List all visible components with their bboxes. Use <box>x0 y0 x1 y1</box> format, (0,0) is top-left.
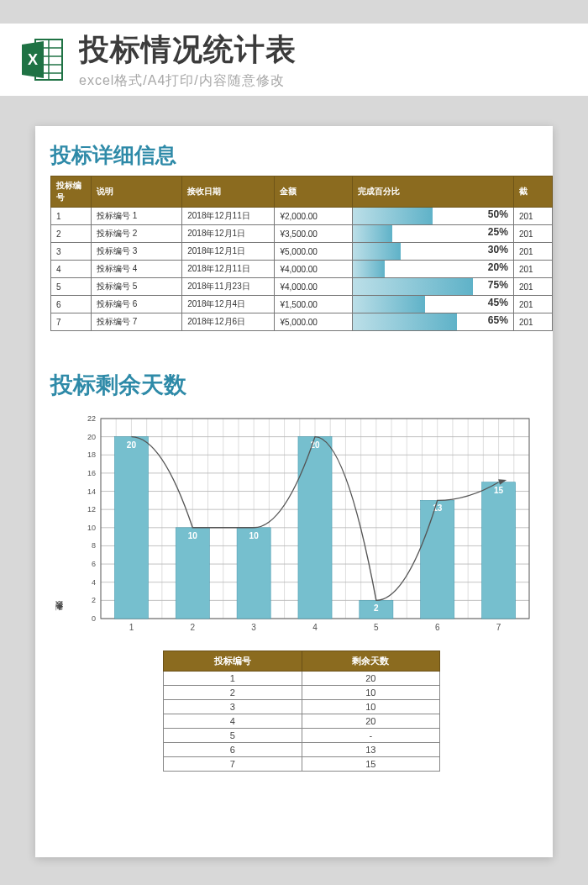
table-cell: 投标编号 2 <box>92 225 182 243</box>
table-cell: 投标编号 3 <box>92 243 182 261</box>
table-cell: 2 <box>51 225 92 243</box>
table-cell: 5 <box>164 729 302 743</box>
table-cell: 3 <box>51 243 92 261</box>
table-row: 120 <box>164 672 440 686</box>
table-row: 310 <box>164 700 440 714</box>
table-cell: 2018年12月4日 <box>182 296 275 313</box>
table-row: 1投标编号 12018年12月11日¥2,000.0050%201 <box>51 208 553 225</box>
svg-text:1: 1 <box>129 623 134 632</box>
table-cell: ¥4,000.00 <box>275 278 352 296</box>
svg-text:15: 15 <box>494 486 504 495</box>
table-row: 715 <box>164 757 440 772</box>
table-cell: ¥2,000.00 <box>275 208 352 225</box>
days-col-header-days: 剩余天数 <box>302 651 440 672</box>
table-row: 613 <box>164 743 440 757</box>
svg-text:18: 18 <box>87 450 96 459</box>
svg-rect-71 <box>298 437 332 619</box>
table-row: 6投标编号 62018年12月4日¥1,500.0045%201 <box>51 296 553 313</box>
table-cell: 201 <box>513 296 552 313</box>
bar-chart: 024681012141618202220110210320425136157 <box>67 412 538 642</box>
table-cell: 7 <box>51 313 92 331</box>
table-cell: 6 <box>51 296 92 313</box>
svg-text:12: 12 <box>87 505 96 514</box>
svg-text:6: 6 <box>92 560 96 568</box>
table-cell: 2 <box>164 686 302 700</box>
svg-rect-62 <box>114 437 148 619</box>
table-row: 5投标编号 52018年11月23日¥4,000.0075%201 <box>51 278 553 296</box>
table-row: 3投标编号 32018年12月1日¥5,000.0030%201 <box>51 243 553 261</box>
table-cell: 20 <box>302 714 440 729</box>
table-cell: 4 <box>164 714 302 729</box>
svg-rect-77 <box>421 500 454 619</box>
col-header-id: 投标编号 <box>51 176 92 208</box>
chart-svg: 024681012141618202220110210320425136157 <box>67 412 538 639</box>
col-header-cut: 截 <box>513 176 552 208</box>
svg-text:5: 5 <box>374 623 379 632</box>
table-cell: 20 <box>302 672 440 686</box>
table-cell: 4 <box>51 261 92 278</box>
table-cell: 201 <box>513 313 552 331</box>
svg-text:14: 14 <box>87 487 96 496</box>
col-header-desc: 说明 <box>92 176 182 208</box>
table-cell: 15 <box>302 757 440 772</box>
chart-y-axis-label: 剩余天数 <box>54 614 65 617</box>
worksheet-page: 投标详细信息 投标编号 说明 接收日期 金额 完成百分比 截 1投标编号 120… <box>35 126 553 857</box>
percent-cell: 50% <box>352 208 513 225</box>
table-cell: 投标编号 7 <box>92 313 182 331</box>
svg-rect-80 <box>482 482 516 619</box>
table-cell: 投标编号 4 <box>92 261 182 278</box>
percent-cell: 30% <box>352 243 513 261</box>
table-row: 210 <box>164 686 440 700</box>
table-cell: ¥1,500.00 <box>275 296 352 313</box>
table-cell: ¥3,500.00 <box>275 225 352 243</box>
svg-text:3: 3 <box>251 623 256 632</box>
table-row: 4投标编号 42018年12月11日¥4,000.0020%201 <box>51 261 553 278</box>
table-cell: - <box>302 729 440 743</box>
banner-title: 投标情况统计表 <box>79 29 588 71</box>
col-header-pct: 完成百分比 <box>352 176 513 208</box>
table-cell: 201 <box>513 225 552 243</box>
detail-table: 投标编号 说明 接收日期 金额 完成百分比 截 1投标编号 12018年12月1… <box>50 176 553 331</box>
svg-text:20: 20 <box>87 433 96 441</box>
svg-text:X: X <box>28 51 38 68</box>
svg-text:6: 6 <box>435 623 440 632</box>
table-cell: 201 <box>513 278 552 296</box>
svg-text:10: 10 <box>87 524 96 532</box>
table-cell: 3 <box>164 700 302 714</box>
svg-text:2: 2 <box>191 623 196 632</box>
svg-text:20: 20 <box>127 440 137 450</box>
svg-text:2: 2 <box>374 603 379 613</box>
svg-text:16: 16 <box>87 469 96 477</box>
table-cell: 投标编号 1 <box>92 208 182 225</box>
svg-text:22: 22 <box>87 414 96 423</box>
col-header-date: 接收日期 <box>182 176 275 208</box>
table-cell: 201 <box>513 243 552 261</box>
table-cell: ¥4,000.00 <box>275 261 352 278</box>
detail-section-title: 投标详细信息 <box>50 141 553 169</box>
table-row: 420 <box>164 714 440 729</box>
table-cell: 2018年12月11日 <box>182 208 275 225</box>
table-cell: 2018年12月1日 <box>182 225 275 243</box>
svg-rect-65 <box>176 528 209 619</box>
percent-cell: 65% <box>352 313 513 331</box>
table-cell: 10 <box>302 686 440 700</box>
banner-text: 投标情况统计表 excel格式/A4打印/内容随意修改 <box>79 29 588 90</box>
svg-text:8: 8 <box>92 541 96 550</box>
table-cell: 201 <box>513 261 552 278</box>
remaining-days-table: 投标编号 剩余天数 1202103104205-613715 <box>163 651 440 772</box>
table-cell: 10 <box>302 700 440 714</box>
table-cell: ¥5,000.00 <box>275 313 352 331</box>
svg-rect-68 <box>237 528 270 619</box>
percent-cell: 45% <box>352 296 513 313</box>
svg-text:10: 10 <box>188 531 198 540</box>
svg-text:0: 0 <box>92 614 96 623</box>
days-col-header-id: 投标编号 <box>164 651 302 672</box>
days-header-row: 投标编号 剩余天数 <box>164 651 440 672</box>
table-cell: ¥5,000.00 <box>275 243 352 261</box>
table-row: 5- <box>164 729 440 743</box>
svg-text:2: 2 <box>92 596 96 604</box>
table-cell: 投标编号 5 <box>92 278 182 296</box>
table-cell: 1 <box>51 208 92 225</box>
col-header-amount: 金额 <box>275 176 352 208</box>
table-cell: 13 <box>302 743 440 757</box>
